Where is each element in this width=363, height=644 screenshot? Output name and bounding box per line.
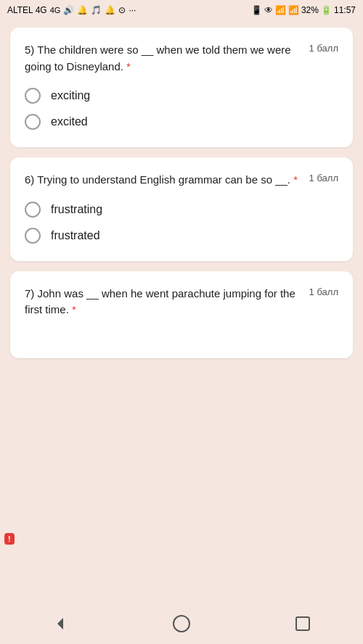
question-number-5: 5) <box>25 44 37 56</box>
option-q6-frustrated[interactable]: frustrated <box>25 228 338 244</box>
signal-4g-icon: 4G <box>50 6 61 15</box>
question-number-6: 6) <box>25 173 37 186</box>
question-card-6: 6) Trying to understand English grammar … <box>10 157 353 261</box>
question-text-7: 7) John was __ when he went parachute ju… <box>25 286 309 318</box>
notification-icon: 🔔 <box>77 5 88 15</box>
svg-rect-2 <box>296 617 309 630</box>
wifi-icon: 📶 <box>275 5 286 15</box>
notification-badge: ! <box>4 533 15 545</box>
status-bar: ALTEL 4G 4G 🔊 🔔 🎵 🔔 ⊙ ··· 📱 👁 📶 📶 32% 🔋 … <box>0 0 363 20</box>
required-star-7: * <box>72 303 76 315</box>
radio-q6-frustrating[interactable] <box>25 202 41 218</box>
clock: 11:57 <box>334 5 356 15</box>
option-q5-excited[interactable]: excited <box>25 114 338 130</box>
battery-icon: 🔋 <box>321 5 332 15</box>
question-points-6: 1 балл <box>309 173 338 183</box>
status-right: 📱 👁 📶 📶 32% 🔋 11:57 <box>251 5 356 15</box>
alarm-icon: 🔔 <box>105 5 115 15</box>
back-icon <box>50 614 70 634</box>
svg-point-1 <box>174 616 189 632</box>
option-label-q6-frustrated: frustrated <box>51 229 100 242</box>
option-q5-exciting[interactable]: exciting <box>25 88 338 104</box>
recent-apps-button[interactable] <box>281 609 325 638</box>
status-left: ALTEL 4G 4G 🔊 🔔 🎵 🔔 ⊙ ··· <box>7 5 136 15</box>
bottom-nav <box>0 606 363 644</box>
radio-q5-exciting[interactable] <box>25 88 41 104</box>
radio-q5-excited[interactable] <box>25 114 41 130</box>
music-icon: 🎵 <box>91 5 102 15</box>
extra-icon: ⊙ <box>118 5 126 15</box>
question-header-5: 5) The children were so __ when we told … <box>25 42 338 75</box>
home-icon <box>172 614 191 633</box>
signal-bars-icon: 📶 <box>288 5 299 15</box>
question-card-5: 5) The children were so __ when we told … <box>10 28 353 147</box>
required-star-6: * <box>293 173 298 186</box>
volume-icon: 🔊 <box>63 5 74 15</box>
home-button[interactable] <box>160 609 203 638</box>
more-icon: ··· <box>129 5 136 15</box>
main-content: 5) The children were so __ when we told … <box>0 20 363 606</box>
options-list-6: frustrating frustrated <box>25 202 338 244</box>
recent-apps-icon <box>294 615 311 632</box>
question-header-7: 7) John was __ when he went parachute ju… <box>25 286 338 318</box>
back-button[interactable] <box>38 609 82 638</box>
screen-icon: 📱 <box>251 5 262 15</box>
radio-q6-frustrated[interactable] <box>25 228 41 244</box>
question-header-6: 6) Trying to understand English grammar … <box>25 172 338 189</box>
question-points-7: 1 балл <box>309 286 338 297</box>
carrier-label: ALTEL 4G <box>7 5 47 15</box>
svg-marker-0 <box>57 618 63 629</box>
question-card-7: 7) John was __ when he went parachute ju… <box>10 271 353 358</box>
battery-level: 32% <box>301 5 319 15</box>
question-number-7: 7) <box>25 287 38 300</box>
eye-icon: 👁 <box>264 5 273 15</box>
option-label-q6-frustrating: frustrating <box>51 203 102 216</box>
option-q6-frustrating[interactable]: frustrating <box>25 202 338 218</box>
required-star-5: * <box>126 60 131 73</box>
options-list-5: exciting excited <box>25 88 338 130</box>
question-points-5: 1 балл <box>309 43 338 54</box>
option-label-q5-excited: excited <box>51 115 88 128</box>
question-text-6: 6) Trying to understand English grammar … <box>25 172 309 189</box>
question-text-5: 5) The children were so __ when we told … <box>25 42 309 75</box>
option-label-q5-exciting: exciting <box>51 89 90 102</box>
